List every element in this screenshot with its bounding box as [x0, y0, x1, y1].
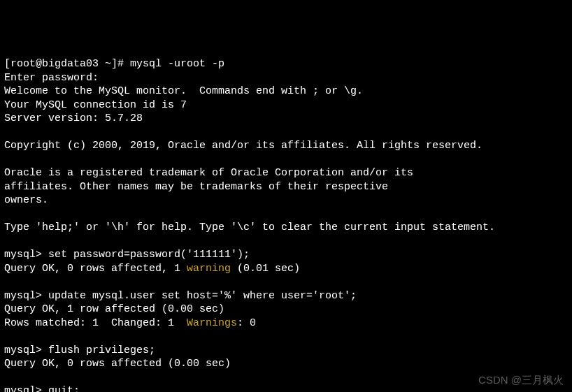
help-line: Type 'help;' or '\h' for help. Type '\c'…	[4, 222, 495, 233]
shell-prompt-line: [root@bigdata03 ~]# mysql -uroot -p	[4, 58, 224, 70]
query-result: Rows matched: 1 Changed: 1 Warnings: 0	[4, 317, 256, 329]
password-prompt: Enter password:	[4, 72, 99, 84]
terminal-output[interactable]: [root@bigdata03 ~]# mysql -uroot -p Ente…	[4, 57, 568, 392]
mysql-command: mysql> quit;	[4, 385, 80, 392]
welcome-line: Welcome to the MySQL monitor. Commands e…	[4, 85, 363, 97]
query-result: Query OK, 0 rows affected, 1 warning (0.…	[4, 263, 300, 275]
mysql-command: mysql> flush privileges;	[4, 344, 155, 356]
server-version-line: Server version: 5.7.28	[4, 112, 143, 124]
mysql-command: mysql> update mysql.user set host='%' wh…	[4, 290, 357, 302]
mysql-command: mysql> set password=password('111111');	[4, 249, 250, 261]
trademark-line: Oracle is a registered trademark of Orac…	[4, 167, 413, 179]
trademark-line: affiliates. Other names may be trademark…	[4, 181, 388, 193]
query-result: Query OK, 1 row affected (0.00 sec)	[4, 303, 224, 315]
warning-text: Warnings	[187, 317, 237, 329]
query-result: Query OK, 0 rows affected (0.00 sec)	[4, 358, 231, 370]
trademark-line: owners.	[4, 194, 48, 206]
warning-text: warning	[187, 263, 231, 275]
connection-id-line: Your MySQL connection id is 7	[4, 99, 187, 111]
copyright-line: Copyright (c) 2000, 2019, Oracle and/or …	[4, 140, 482, 152]
